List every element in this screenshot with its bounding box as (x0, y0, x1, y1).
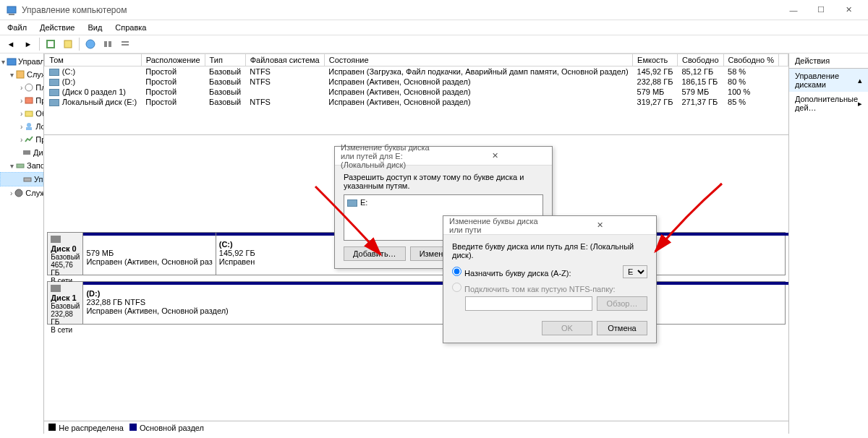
col-spacer (778, 54, 788, 66)
legend: Не распределена Основной раздел (44, 421, 788, 434)
svg-rect-10 (17, 71, 24, 78)
svg-rect-13 (25, 111, 33, 116)
svg-rect-3 (64, 40, 72, 48)
titlebar: Управление компьютером ― ☐ ✕ (0, 0, 868, 20)
view-list-button[interactable] (117, 36, 133, 52)
dialog1-title: Изменение буквы диска или путей для E: (… (341, 143, 443, 169)
navigation-tree[interactable]: ▾Управление компьютером (л ▾Служебные пр… (0, 53, 44, 434)
menu-action[interactable]: Действие (37, 22, 77, 33)
tree-utilities[interactable]: ▾Служебные программы (0, 68, 43, 81)
tree-task-scheduler[interactable]: ›Планировщик заданий (0, 81, 43, 94)
volume-row[interactable]: (D:)ПростойБазовыйNTFSИсправен (Активен,… (45, 77, 788, 87)
cancel-button[interactable]: Отмена (597, 321, 647, 335)
actions-pane: Действия Управление дисками▴ Дополнитель… (789, 53, 868, 434)
volume-list[interactable]: Том Расположение Тип Файловая система Со… (44, 53, 788, 134)
svg-rect-12 (25, 98, 33, 103)
dialog1-text: Разрешить доступ к этому тому по букве д… (344, 173, 543, 190)
svg-point-4 (86, 40, 95, 48)
svg-rect-0 (7, 7, 16, 13)
col-free[interactable]: Свободно (677, 54, 723, 66)
toolbar: ◄ ► (0, 35, 868, 53)
refresh-button[interactable] (43, 36, 59, 52)
dialog2-close-button[interactable]: ✕ (550, 220, 650, 230)
maximize-button[interactable]: ☐ (807, 0, 835, 20)
drive-letter-select[interactable]: E (623, 265, 647, 278)
volume-row[interactable]: Локальный диск (E:)ПростойБазовыйNTFSИсп… (45, 97, 788, 107)
svg-point-11 (25, 84, 33, 91)
menu-file[interactable]: Файл (4, 22, 30, 33)
window-title: Управление компьютером (22, 5, 780, 15)
menu-help[interactable]: Справка (112, 22, 149, 33)
forward-button[interactable]: ► (20, 36, 36, 52)
svg-rect-5 (104, 41, 107, 47)
volume-row[interactable]: (C:)ПростойБазовыйNTFSИсправен (Загрузка… (45, 66, 788, 77)
menubar: Файл Действие Вид Справка (0, 20, 868, 35)
close-button[interactable]: ✕ (835, 0, 862, 20)
svg-rect-6 (109, 41, 111, 47)
assign-letter-radio[interactable]: Назначить букву диска (A-Z): (452, 267, 571, 278)
svg-point-14 (27, 123, 31, 127)
back-button[interactable]: ◄ (3, 36, 19, 52)
svg-rect-2 (47, 40, 54, 48)
help-button[interactable] (82, 36, 98, 52)
tree-services[interactable]: ›Службы и приложения (0, 186, 43, 199)
tree-local-users[interactable]: ›Локальные пользовате (0, 120, 43, 133)
chevron-right-icon: ▸ (858, 99, 862, 108)
svg-rect-8 (122, 44, 129, 46)
actions-disk-mgmt[interactable]: Управление дисками▴ (789, 69, 868, 92)
menu-view[interactable]: Вид (85, 22, 105, 33)
actions-more[interactable]: Дополнительные дей…▸ (789, 92, 868, 115)
dialog2-title: Изменение буквы диска или пути (449, 217, 550, 234)
svg-rect-16 (23, 150, 30, 155)
add-button[interactable]: Добавить… (344, 246, 406, 261)
svg-point-19 (15, 189, 22, 197)
minimize-button[interactable]: ― (780, 0, 807, 20)
col-status[interactable]: Состояние (324, 54, 632, 66)
ok-button: OK (542, 321, 592, 335)
svg-rect-18 (24, 178, 31, 181)
browse-button: Обзор… (597, 296, 647, 311)
tree-shared-folders[interactable]: ›Общие папки (0, 107, 43, 120)
col-fs[interactable]: Файловая система (245, 54, 324, 66)
svg-rect-1 (9, 14, 14, 15)
mount-folder-radio[interactable]: Подключить том как пустую NTFS-папку: (452, 285, 616, 293)
app-icon (6, 4, 17, 16)
dialog1-close-button[interactable]: ✕ (443, 151, 546, 160)
tree-disk-management[interactable]: Управление дисками (0, 172, 43, 186)
tree-device-manager[interactable]: Диспетчер устройств (0, 146, 43, 159)
svg-rect-7 (122, 41, 129, 43)
tree-performance[interactable]: ›Производительность (0, 133, 43, 146)
svg-rect-15 (26, 127, 32, 130)
volume-row[interactable]: (Диск 0 раздел 1)ПростойБазовыйИсправен … (45, 87, 788, 97)
chevron-up-icon: ▴ (858, 76, 862, 85)
dialog2-prompt: Введите букву диска или путь для E: (Лок… (452, 242, 647, 259)
col-type[interactable]: Тип (205, 54, 245, 66)
col-capacity[interactable]: Емкость (633, 54, 678, 66)
tree-root[interactable]: ▾Управление компьютером (л (0, 55, 43, 68)
col-layout[interactable]: Расположение (141, 54, 205, 66)
svg-rect-9 (7, 59, 16, 65)
col-freepct[interactable]: Свободно % (723, 54, 778, 66)
col-volume[interactable]: Том (45, 54, 142, 66)
actions-header: Действия (789, 53, 868, 69)
assign-letter-dialog: Изменение буквы диска или пути✕ Введите … (443, 215, 657, 343)
disk-row[interactable]: Диск 1Базовый232,88 ГБВ сети(D:)232,88 Г… (47, 281, 786, 325)
tree-event-viewer[interactable]: ›Просмотр событий (0, 94, 43, 107)
mount-path-input (465, 296, 592, 311)
tree-storage[interactable]: ▾Запоминающие устройст (0, 159, 43, 172)
view-columns-button[interactable] (100, 36, 116, 52)
properties-button[interactable] (60, 36, 76, 52)
svg-rect-17 (17, 164, 24, 168)
